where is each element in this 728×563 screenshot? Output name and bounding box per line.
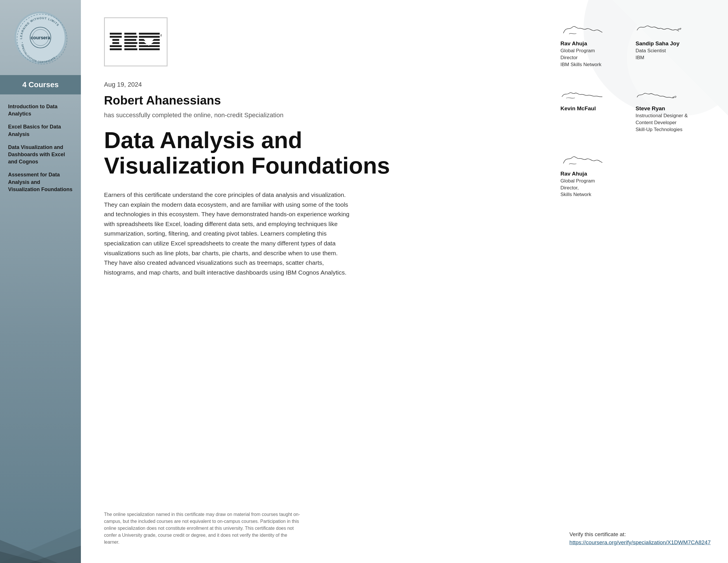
svg-rect-16: [110, 45, 122, 47]
sidebar-decoration: [0, 476, 81, 563]
svg-rect-25: [139, 36, 160, 38]
sig-title-rav-ahuja-1: Global Program Director IBM Skills Netwo…: [560, 47, 618, 68]
signature-rav-ahuja-1: [560, 20, 607, 38]
sig-block-rav-ahuja-1: Rav Ahuja Global Program Director IBM Sk…: [560, 17, 618, 68]
ibm-logo: ®: [110, 31, 162, 52]
course-item-2: Excel Basics for Data Analysis: [8, 123, 73, 138]
badge-inner: coursera: [29, 26, 52, 49]
svg-text:®: ®: [160, 34, 162, 37]
svg-rect-23: [124, 49, 137, 50]
sig-name-steve: Steve Ryan: [636, 105, 693, 112]
sig-block-steve: Steve Ryan Instructional Designer & Cont…: [636, 82, 693, 133]
verify-label: Verify this certificate at:: [569, 531, 711, 538]
courses-count-block: 4 Courses: [0, 75, 81, 94]
sig-name-kevin: Kevin McFaul: [560, 105, 618, 112]
course-item-3: Data Visualization and Dashboards with E…: [8, 144, 73, 166]
course-item-1: Introduction to Data Analytics: [8, 103, 73, 118]
sig-name-rav-ahuja-1: Rav Ahuja: [560, 40, 618, 47]
svg-text:coursera: coursera: [31, 35, 50, 40]
sig-row-1: Rav Ahuja Global Program Director IBM Sk…: [560, 17, 711, 68]
svg-rect-18: [124, 33, 136, 35]
sig-image-rav-ahuja-2: [560, 148, 618, 168]
verify-section: Verify this certificate at: https://cour…: [569, 531, 711, 546]
main-content: ® Aug 19, 2024 Robert Ahanessians has su…: [81, 0, 728, 563]
sig-block-kevin: Kevin McFaul: [560, 82, 618, 133]
course-item-4: Assessment for Data Analysis and Visuali…: [8, 171, 73, 193]
sig-block-sandip: Sandip Saha Joy Data Scientist IBM: [636, 17, 693, 68]
sig-image-sandip: [636, 17, 693, 38]
courses-count-label: 4 Courses: [6, 80, 75, 89]
sidebar: LEARNING WITHOUT LIMITS • SPECIALIZATION…: [0, 0, 81, 563]
coursera-icon: coursera: [29, 26, 52, 49]
svg-rect-22: [124, 45, 136, 47]
signature-steve: [636, 85, 682, 103]
svg-rect-24: [139, 33, 160, 35]
sig-row-2: Kevin McFaul Steve Ryan Instructional De…: [560, 82, 711, 133]
svg-rect-20: [124, 39, 136, 41]
ibm-logo-box: ®: [104, 17, 168, 66]
svg-rect-21: [124, 42, 137, 44]
svg-rect-29: [139, 49, 160, 50]
sig-title-steve: Instructional Designer & Content Develop…: [636, 112, 693, 133]
footer-disclaimer: The online specialization named in this …: [104, 511, 300, 546]
sig-image-kevin: [560, 82, 618, 103]
title-line1: Data Analysis and: [104, 127, 302, 153]
svg-rect-17: [110, 49, 122, 50]
svg-rect-28: [139, 45, 160, 47]
sig-name-rav-ahuja-2: Rav Ahuja: [560, 171, 618, 177]
sig-image-steve: [636, 82, 693, 103]
svg-rect-14: [112, 39, 119, 41]
sig-title-sandip: Data Scientist IBM: [636, 47, 693, 61]
signature-rav-ahuja-2: [560, 151, 607, 168]
signatures-panel: Rav Ahuja Global Program Director IBM Sk…: [560, 17, 711, 198]
sig-name-sandip: Sandip Saha Joy: [636, 40, 693, 47]
svg-rect-13: [110, 36, 122, 38]
sig-block-rav-ahuja-2: Rav Ahuja Global Program Director, Skill…: [560, 148, 618, 198]
certificate-description: Earners of this certificate understand t…: [104, 190, 352, 277]
svg-rect-12: [110, 33, 122, 35]
verify-link[interactable]: https://coursera.org/verify/specializati…: [569, 539, 711, 545]
svg-rect-15: [112, 42, 119, 44]
signature-kevin: [560, 85, 607, 103]
title-line2: Visualization Foundations: [104, 153, 390, 179]
svg-rect-19: [124, 36, 137, 38]
signature-sandip: [636, 20, 682, 38]
sig-image-rav-ahuja-1: [560, 17, 618, 38]
sig-row-3: Rav Ahuja Global Program Director, Skill…: [560, 148, 711, 198]
sig-title-rav-ahuja-2: Global Program Director, Skills Network: [560, 178, 618, 198]
coursera-badge: LEARNING WITHOUT LIMITS • SPECIALIZATION…: [14, 12, 66, 64]
course-list: Introduction to Data Analytics Excel Bas…: [0, 94, 81, 202]
